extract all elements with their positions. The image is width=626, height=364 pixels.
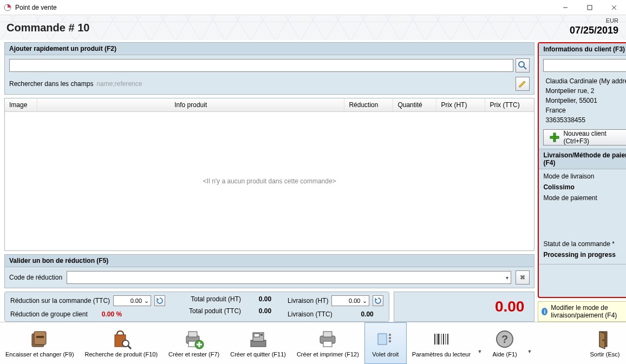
- client-search-input[interactable]: [543, 59, 626, 72]
- window-title: Point de vente: [15, 4, 57, 11]
- order-discount-combo[interactable]: 0.00 ⌄: [113, 295, 151, 306]
- refresh-icon: [375, 297, 381, 304]
- col-image[interactable]: Image: [5, 98, 37, 111]
- order-status-value: Processing in progress: [543, 251, 626, 259]
- col-info[interactable]: Info produit: [37, 98, 344, 111]
- quick-add-search-button[interactable]: [516, 58, 530, 72]
- shipping-title: Livraison/Méthode de paiement (F4): [539, 149, 626, 169]
- client-panel: Informations du client (F3) Claudia Card…: [538, 42, 626, 298]
- products-grid: Image Info produit Réduction Quantité Pr…: [4, 98, 534, 251]
- close-button[interactable]: [602, 0, 626, 15]
- ship-ttc-value: 0.00: [336, 310, 374, 318]
- svg-rect-29: [323, 341, 332, 347]
- bottom-toolbar: Encaisser et changer (F9) Recherche de p…: [0, 322, 626, 364]
- voucher-label: Code de réduction: [9, 274, 62, 281]
- tb-reader-dropdown[interactable]: ▼: [476, 333, 484, 354]
- ship-mode-value: Colissimo: [543, 183, 626, 191]
- svg-rect-32: [389, 337, 391, 339]
- client-street: Montpelier rue, 2: [545, 86, 626, 96]
- quick-add-edit-button[interactable]: [516, 77, 530, 91]
- tb-help[interactable]: ? Aide (F1): [484, 322, 526, 364]
- tb-help-label: Aide (F1): [492, 351, 517, 358]
- info-bar[interactable]: i Modifier le mode de livraison/paiement…: [538, 301, 626, 322]
- quick-add-input[interactable]: [9, 59, 513, 72]
- minimize-button[interactable]: [553, 0, 577, 15]
- refresh-icon: [156, 297, 163, 304]
- tb-search[interactable]: Recherche de produit (F10): [80, 322, 164, 364]
- client-country: France: [545, 105, 626, 115]
- total-ttc-label: Total poduit (TTC): [181, 307, 241, 315]
- pay-mode-label: Mode de paiement: [543, 194, 626, 202]
- info-icon: i: [542, 308, 547, 315]
- grid-empty-text: <Il n'y a aucun produit dans cette comma…: [5, 112, 534, 250]
- svg-rect-10: [550, 136, 559, 138]
- client-phone: 33635338455: [545, 115, 626, 125]
- grand-total-value: 0.00: [495, 298, 525, 315]
- group-discount-label: Réduction de groupe client: [10, 310, 88, 318]
- col-reduction[interactable]: Réduction: [344, 98, 393, 111]
- total-ht-label: Total produit (HT): [181, 295, 241, 303]
- tb-search-label: Recherche de produit (F10): [85, 351, 158, 358]
- ship-ht-value: 0.00: [334, 297, 362, 304]
- order-discount-label: Réduction sur la commande (TTC): [10, 297, 110, 305]
- panel-icon: [375, 328, 396, 350]
- tb-create-stay[interactable]: Créer et rester (F7): [163, 322, 225, 364]
- delete-icon: ✖: [520, 274, 525, 281]
- grid-header: Image Info produit Réduction Quantité Pr…: [5, 98, 534, 112]
- totals-panel: Réduction sur la commande (TTC) 0.00 ⌄ R…: [4, 292, 389, 322]
- cash-register-icon: [247, 328, 269, 350]
- quick-add-title: Ajouter rapidement un produit (F2): [5, 43, 534, 55]
- order-discount-refresh[interactable]: [154, 295, 165, 306]
- printer-plus-icon: [183, 328, 205, 350]
- tb-create-quit[interactable]: Créer et quitter (F11): [225, 322, 291, 364]
- svg-text:?: ?: [501, 333, 508, 345]
- svg-rect-30: [378, 334, 387, 345]
- svg-rect-18: [188, 332, 197, 337]
- exit-icon: [594, 328, 616, 350]
- svg-rect-31: [389, 334, 391, 336]
- client-name: Claudia Cardinale (My address): [545, 76, 626, 86]
- tb-right-pane[interactable]: Volet droit: [364, 322, 407, 364]
- tb-cash[interactable]: Encaisser et changer (F9): [0, 322, 80, 364]
- col-price-ht[interactable]: Prix (HT): [436, 98, 485, 111]
- client-info: Claudia Cardinale (My address) Montpelie…: [543, 75, 626, 126]
- search-fields-label: Rechercher dans les champs: [9, 80, 93, 88]
- tb-create-print[interactable]: Créer et imprimer (F12): [291, 322, 364, 364]
- tb-reader[interactable]: Paramètres du lecteur: [407, 322, 476, 364]
- client-city: Montpelier, 55001: [545, 96, 626, 105]
- quick-add-panel: Ajouter rapidement un produit (F2) Reche…: [4, 42, 534, 95]
- search-icon: [518, 61, 527, 70]
- printer-icon: [317, 328, 338, 350]
- voucher-title: Valider un bon de réduction (F5): [5, 255, 534, 267]
- ship-ht-refresh[interactable]: [373, 295, 383, 306]
- header: Commande # 10 EUR 07/25/2019: [0, 15, 626, 40]
- order-discount-value: 0.00: [115, 297, 144, 304]
- pencil-icon: [518, 80, 527, 88]
- new-client-button[interactable]: Nouveau client (Ctrl+F3): [543, 129, 626, 145]
- total-ht-value: 0.00: [244, 295, 271, 303]
- tb-create-stay-label: Créer et rester (F7): [168, 351, 219, 358]
- svg-rect-2: [588, 5, 592, 10]
- voucher-delete-button[interactable]: ✖: [516, 270, 530, 284]
- ship-ht-combo[interactable]: 0.00 ⌄: [331, 295, 369, 306]
- tb-help-dropdown[interactable]: ▼: [526, 333, 533, 354]
- maximize-button[interactable]: [577, 0, 602, 15]
- tb-exit-label: Sortir (Esc): [590, 351, 620, 358]
- order-title: Commande # 10: [6, 22, 89, 34]
- col-price-ttc[interactable]: Prix (TTC): [485, 98, 534, 111]
- tb-create-quit-label: Créer et quitter (F11): [230, 351, 286, 358]
- svg-rect-26: [260, 334, 263, 336]
- voucher-combo[interactable]: ▾: [67, 271, 511, 284]
- tb-right-pane-label: Volet droit: [372, 351, 399, 358]
- ship-mode-label: Mode de livraison: [543, 173, 626, 180]
- svg-rect-13: [36, 336, 44, 338]
- svg-point-5: [519, 62, 524, 67]
- col-qty[interactable]: Quantité: [393, 98, 436, 111]
- ship-ht-label: Livraison (HT): [288, 297, 328, 305]
- tb-exit[interactable]: Sortir (Esc): [584, 322, 626, 364]
- order-date: 07/25/2019: [570, 25, 618, 36]
- help-icon: ?: [494, 328, 516, 350]
- tb-cash-label: Encaisser et changer (F9): [5, 351, 74, 358]
- chevron-down-icon: ⌄: [144, 297, 149, 305]
- total-ttc-value: 0.00: [244, 307, 271, 315]
